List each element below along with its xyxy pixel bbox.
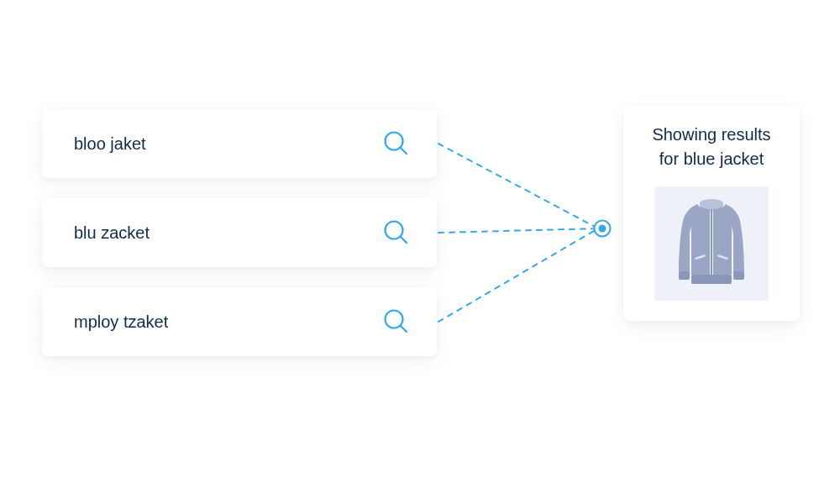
svg-point-10 xyxy=(599,225,606,233)
search-query-text: bloo jaket xyxy=(74,134,146,154)
search-icon xyxy=(381,218,412,248)
search-query-text: blu zacket xyxy=(74,223,150,243)
search-box: mploy tzaket xyxy=(42,287,437,356)
result-heading-line1: Showing results xyxy=(652,125,770,144)
svg-point-9 xyxy=(595,221,611,237)
search-boxes-column: bloo jaket blu zacket mploy tzaket xyxy=(42,109,437,356)
svg-rect-11 xyxy=(691,275,732,284)
svg-line-6 xyxy=(438,144,598,228)
svg-line-5 xyxy=(401,326,407,332)
svg-line-3 xyxy=(401,237,407,243)
result-card: Showing results for blue jacket xyxy=(623,106,800,321)
svg-line-1 xyxy=(401,148,407,154)
svg-rect-16 xyxy=(711,209,712,275)
search-icon xyxy=(381,129,412,159)
search-query-text: mploy tzaket xyxy=(74,312,168,332)
svg-line-7 xyxy=(438,228,598,233)
svg-rect-13 xyxy=(733,271,744,280)
connection-lines xyxy=(437,109,605,361)
search-icon xyxy=(381,307,412,337)
convergence-node-icon xyxy=(593,219,612,238)
jacket-icon xyxy=(669,197,753,290)
search-box: blu zacket xyxy=(42,198,437,267)
result-heading: Showing results for blue jacket xyxy=(638,123,785,171)
svg-rect-12 xyxy=(679,271,690,280)
search-box: bloo jaket xyxy=(42,109,437,178)
svg-line-8 xyxy=(438,228,598,322)
product-thumbnail xyxy=(654,186,769,301)
result-heading-line2: for blue jacket xyxy=(659,150,764,168)
